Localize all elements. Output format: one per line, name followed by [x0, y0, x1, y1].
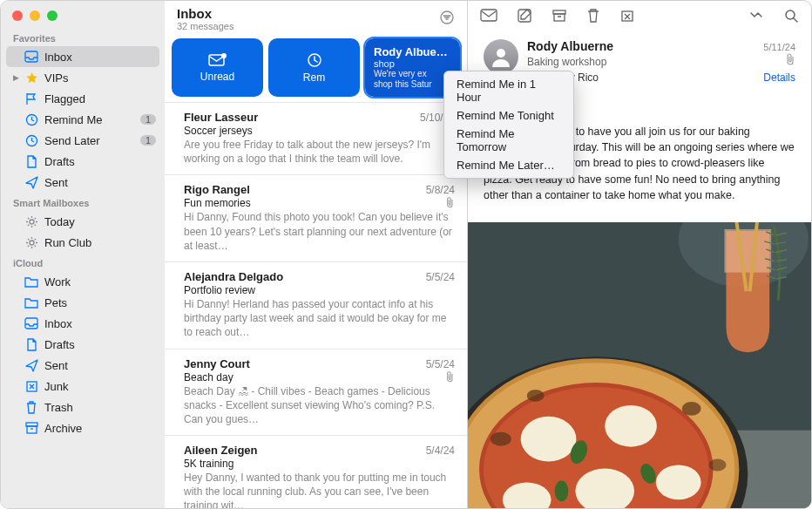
minimize-button[interactable]: [30, 10, 40, 21]
list-title: Inbox: [177, 6, 439, 21]
clock-arrow-icon: [24, 134, 39, 147]
sidebar-item-label: Flagged: [44, 92, 156, 105]
envelope-icon[interactable]: [480, 9, 497, 23]
svg-point-36: [605, 405, 657, 447]
sidebar-item-inbox[interactable]: Inbox: [6, 46, 159, 67]
tab-unread-label: Unread: [179, 71, 256, 83]
more-icon[interactable]: [748, 10, 765, 21]
tab-unread[interactable]: Unread: [172, 38, 263, 97]
details-link[interactable]: Details: [763, 71, 795, 84]
sidebar-item-icloud-inbox[interactable]: Inbox: [1, 313, 165, 334]
preview: Hey Danny, I wanted to thank you for put…: [184, 471, 455, 508]
sender: Jenny Court: [184, 357, 426, 370]
sidebar-item-label: Inbox: [44, 51, 151, 64]
paperplane-icon: [24, 359, 39, 372]
svg-rect-0: [25, 51, 37, 62]
message-row[interactable]: Jenny Court5/5/24Beach dayBeach Day 🏖 - …: [165, 349, 467, 436]
paperplane-icon: [24, 176, 39, 189]
doc-icon: [24, 155, 39, 168]
sidebar-item-sent[interactable]: Sent: [1, 172, 165, 193]
folder-icon: [24, 276, 39, 288]
sidebar-item-archive[interactable]: Archive: [1, 417, 165, 438]
sidebar-item-label: Trash: [44, 401, 156, 414]
folder-icon: [24, 297, 39, 309]
sidebar-item-icloud-sent[interactable]: Sent: [1, 355, 165, 376]
menu-item[interactable]: Remind Me in 1 Hour: [444, 75, 573, 106]
clock-icon: [307, 52, 322, 68]
star-icon: [24, 71, 39, 85]
attachment-icon: [785, 53, 795, 65]
sidebar-item-junk[interactable]: Junk: [1, 376, 165, 397]
sidebar-item-today[interactable]: Today: [1, 211, 165, 232]
maximize-button[interactable]: [47, 10, 58, 21]
archive-icon: [24, 422, 39, 434]
badge: 1: [140, 135, 156, 146]
gear-icon: [24, 236, 39, 249]
svg-point-11: [221, 53, 227, 58]
tab-remind[interactable]: Rem: [268, 38, 360, 97]
card-preview: We're very exshop this Satur: [374, 69, 432, 90]
menu-item[interactable]: Remind Me Tomorrow: [444, 125, 573, 156]
svg-rect-13: [481, 10, 497, 21]
sidebar-item-label: Archive: [44, 422, 156, 435]
sidebar-item-pets[interactable]: Pets: [1, 292, 165, 313]
clock-icon: [24, 113, 39, 126]
preview: Hi Danny, Found this photo you took! Can…: [184, 210, 455, 253]
message-row[interactable]: Alejandra Delgado5/5/24Portfolio reviewH…: [165, 261, 467, 349]
sidebar-item-remind-me[interactable]: Remind Me1: [1, 109, 165, 130]
to-value: Danny Rico: [545, 71, 763, 84]
message-row[interactable]: Fleur Lasseur5/10/24Soccer jerseysAre yo…: [165, 102, 467, 174]
sidebar-item-flagged[interactable]: Flagged: [1, 88, 165, 109]
svg-rect-5: [25, 318, 37, 329]
tray-icon: [24, 51, 39, 63]
compose-icon[interactable]: [517, 8, 532, 24]
subject: Soccer jerseys: [184, 125, 455, 137]
list-subtitle: 32 messages: [177, 21, 439, 31]
message-list-pane: Inbox 32 messages Unread Rem Rody A: [165, 1, 468, 508]
sidebar-item-run-club[interactable]: Run Club: [1, 232, 165, 253]
sidebar-item-work[interactable]: Work: [1, 271, 165, 292]
sidebar-item-label: Remind Me: [44, 113, 140, 126]
sidebar-item-label: Junk: [44, 380, 156, 393]
message-row[interactable]: Aileen Zeigen5/4/245K trainingHey Danny,…: [165, 435, 467, 508]
svg-point-3: [30, 220, 34, 224]
archive-icon[interactable]: [551, 8, 567, 24]
trash-icon: [24, 401, 39, 414]
filter-icon[interactable]: [439, 6, 455, 25]
sidebar-item-label: Pets: [44, 296, 156, 309]
junk-icon[interactable]: [619, 8, 635, 24]
svg-point-4: [30, 241, 34, 245]
svg-point-19: [497, 49, 505, 58]
header-date: 5/11/24: [763, 42, 795, 52]
sidebar-item-icloud-drafts[interactable]: Drafts: [1, 334, 165, 355]
section-label: Favorites: [1, 28, 165, 46]
sender: Rigo Rangel: [184, 183, 426, 196]
tray-icon: [24, 317, 39, 329]
menu-item[interactable]: Remind Me Later…: [444, 156, 573, 174]
svg-rect-23: [724, 229, 771, 273]
from-name: Rody Albuerne: [527, 39, 763, 53]
message-row[interactable]: Rigo Rangel5/8/24Fun memoriesHi Danny, F…: [165, 174, 467, 261]
sidebar-item-vips[interactable]: ▶VIPs: [1, 67, 165, 88]
menu-item[interactable]: Remind Me Tonight: [444, 106, 573, 125]
preview: Hi Danny! Herland has passed your contac…: [184, 297, 455, 340]
attachment-icon: [445, 197, 455, 208]
svg-point-33: [682, 402, 701, 416]
close-button[interactable]: [12, 10, 23, 21]
sidebar-item-trash[interactable]: Trash: [1, 397, 165, 417]
trash-icon[interactable]: [586, 8, 600, 24]
window-controls: [1, 1, 165, 28]
svg-point-34: [709, 458, 727, 471]
date: 5/4/24: [426, 445, 455, 457]
sidebar-item-label: Run Club: [44, 236, 156, 249]
sidebar-item-send-later[interactable]: Send Later1: [1, 130, 165, 151]
sender: Aileen Zeigen: [184, 444, 426, 457]
svg-point-42: [555, 480, 569, 501]
search-icon[interactable]: [784, 9, 799, 24]
date: 5/5/24: [426, 358, 455, 370]
section-label: iCloud: [1, 253, 165, 271]
svg-point-32: [527, 390, 545, 402]
card-sender: Rody Albuerne: [374, 45, 451, 58]
sidebar-item-drafts[interactable]: Drafts: [1, 151, 165, 172]
chevron-right-icon[interactable]: ▶: [13, 73, 22, 82]
